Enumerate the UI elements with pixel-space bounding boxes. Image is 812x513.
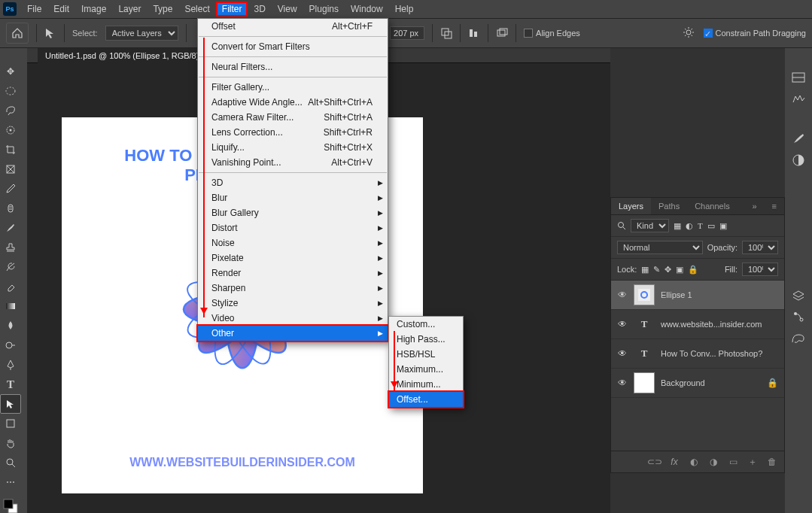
layer-row[interactable]: 👁 T How To Conv... Photoshop?	[611, 339, 784, 369]
menu-edit[interactable]: Edit	[47, 2, 75, 17]
lock-pixels-icon[interactable]: ✎	[653, 265, 660, 275]
tab-paths[interactable]: Paths	[651, 198, 687, 214]
kind-select[interactable]: Kind	[631, 219, 669, 232]
dodge-tool[interactable]	[0, 335, 21, 355]
filter-smart-icon[interactable]: ▣	[719, 221, 727, 231]
panel-menu-icon[interactable]: ≡	[765, 198, 784, 214]
panel-icon[interactable]	[790, 69, 807, 86]
filter-item-3d[interactable]: 3D	[198, 175, 388, 190]
adjustments-icon[interactable]	[790, 152, 807, 168]
history-brush-tool[interactable]	[0, 257, 21, 277]
fill-select[interactable]: 100%	[742, 263, 778, 276]
filter-item-noise[interactable]: Noise	[198, 235, 388, 250]
height-input[interactable]	[390, 26, 424, 40]
visibility-icon[interactable]: 👁	[617, 319, 628, 329]
marquee-tool[interactable]	[0, 81, 21, 101]
filter-item-vanishing-point-[interactable]: Vanishing Point...Alt+Ctrl+V	[198, 155, 388, 170]
healing-tool[interactable]	[0, 199, 21, 218]
shape-tool[interactable]	[0, 414, 21, 433]
shape-combine-icon[interactable]	[440, 27, 452, 39]
constrain-path-checkbox[interactable]: ✓Constrain Path Dragging	[704, 29, 806, 38]
filter-item-liquify-[interactable]: Liquify...Shift+Ctrl+X	[198, 140, 388, 155]
search-icon[interactable]	[617, 221, 626, 230]
gear-icon[interactable]	[683, 26, 696, 40]
crop-tool[interactable]	[0, 140, 21, 159]
select-mode[interactable]: Active Layers	[105, 26, 178, 41]
pen-tool[interactable]	[0, 355, 21, 375]
move-tool[interactable]: ✥	[0, 62, 21, 81]
fx-icon[interactable]: fx	[668, 456, 680, 468]
filter-item-stylize[interactable]: Stylize	[198, 296, 388, 311]
lock-position-icon[interactable]: ✥	[665, 265, 671, 275]
eraser-tool[interactable]	[0, 277, 21, 296]
layer-row[interactable]: 👁 Ellipse 1	[611, 281, 784, 310]
gradient-tool[interactable]	[0, 296, 21, 316]
document-tab[interactable]: Untitled-1.psd @ 100% (Ellipse 1, RGB/8)…	[38, 48, 216, 63]
filter-item-adaptive-wide-angle-[interactable]: Adaptive Wide Angle...Alt+Shift+Ctrl+A	[198, 95, 388, 110]
tab-channels[interactable]: Channels	[687, 198, 737, 214]
menu-help[interactable]: Help	[389, 2, 420, 17]
collapse-icon[interactable]: »	[744, 198, 764, 214]
other-item-high-pass-[interactable]: High Pass...	[389, 332, 463, 347]
stamp-tool[interactable]	[0, 238, 21, 257]
other-item-offset-[interactable]: Offset...	[389, 392, 463, 407]
filter-item-render[interactable]: Render	[198, 266, 388, 281]
mask-icon[interactable]: ◐	[688, 456, 700, 468]
menu-filter[interactable]: Filter	[216, 2, 248, 17]
trash-icon[interactable]: 🗑	[766, 456, 778, 468]
filter-adjust-icon[interactable]: ◐	[686, 221, 693, 231]
filter-item-sharpen[interactable]: Sharpen	[198, 281, 388, 296]
edit-toolbar[interactable]: ⋯	[0, 472, 21, 492]
group-icon[interactable]: ▭	[727, 456, 739, 468]
menu-select[interactable]: Select	[178, 2, 215, 17]
hand-tool[interactable]	[0, 433, 21, 453]
other-item-hsb-hsl[interactable]: HSB/HSL	[389, 347, 463, 362]
menu-layer[interactable]: Layer	[112, 2, 147, 17]
blur-tool[interactable]	[0, 316, 21, 335]
adjustment-icon[interactable]: ◑	[707, 456, 719, 468]
brushes-icon[interactable]	[790, 131, 807, 147]
fg-bg-swatch[interactable]	[0, 496, 21, 513]
filter-item-other[interactable]: Other	[198, 326, 388, 341]
filter-item-neural-filters-[interactable]: Neural Filters...	[198, 59, 388, 74]
filter-type-icon[interactable]: T	[698, 221, 703, 230]
lock-artboard-icon[interactable]: ▣	[676, 265, 683, 275]
menu-plugins[interactable]: Plugins	[303, 2, 345, 17]
paths-icon[interactable]	[790, 308, 807, 325]
layers-icon[interactable]	[790, 287, 807, 304]
filter-item-camera-raw-filter-[interactable]: Camera Raw Filter...Shift+Ctrl+A	[198, 110, 388, 125]
filter-item-filter-gallery-[interactable]: Filter Gallery...	[198, 80, 388, 95]
other-item-minimum-[interactable]: Minimum...	[389, 377, 463, 392]
filter-item-blur-gallery[interactable]: Blur Gallery	[198, 205, 388, 220]
other-item-maximum-[interactable]: Maximum...	[389, 362, 463, 377]
tab-layers[interactable]: Layers	[611, 198, 651, 214]
new-layer-icon[interactable]: ＋	[747, 456, 759, 468]
menu-window[interactable]: Window	[345, 2, 389, 17]
align-icon[interactable]	[468, 27, 480, 39]
filter-item-offset[interactable]: OffsetAlt+Ctrl+F	[198, 19, 388, 34]
menu-file[interactable]: File	[21, 2, 47, 17]
menu-3d[interactable]: 3D	[248, 2, 271, 17]
quick-select-tool[interactable]	[0, 120, 21, 140]
filter-shape-icon[interactable]: ▭	[707, 221, 715, 231]
visibility-icon[interactable]: 👁	[617, 378, 628, 388]
blend-mode-select[interactable]: Normal	[617, 241, 703, 254]
menu-image[interactable]: Image	[75, 2, 112, 17]
opacity-select[interactable]: 100%	[742, 241, 778, 254]
eyedropper-tool[interactable]	[0, 179, 21, 199]
menu-type[interactable]: Type	[147, 2, 178, 17]
link-layers-icon[interactable]: ⊂⊃	[649, 456, 661, 468]
filter-item-pixelate[interactable]: Pixelate	[198, 250, 388, 266]
filter-pixel-icon[interactable]: ▦	[674, 221, 681, 231]
filter-item-convert-for-smart-filters[interactable]: Convert for Smart Filters	[198, 39, 388, 54]
arrange-icon[interactable]	[496, 27, 508, 39]
lock-all-icon[interactable]: 🔒	[688, 265, 698, 275]
menu-view[interactable]: View	[272, 2, 303, 17]
path-select-tool[interactable]	[0, 394, 21, 414]
lasso-tool[interactable]	[0, 101, 21, 120]
layer-row[interactable]: 👁 Background 🔒	[611, 369, 784, 398]
lock-transparent-icon[interactable]: ▦	[641, 265, 649, 275]
type-tool[interactable]: T	[0, 375, 21, 394]
filter-item-video[interactable]: Video	[198, 311, 388, 326]
visibility-icon[interactable]: 👁	[617, 290, 628, 300]
